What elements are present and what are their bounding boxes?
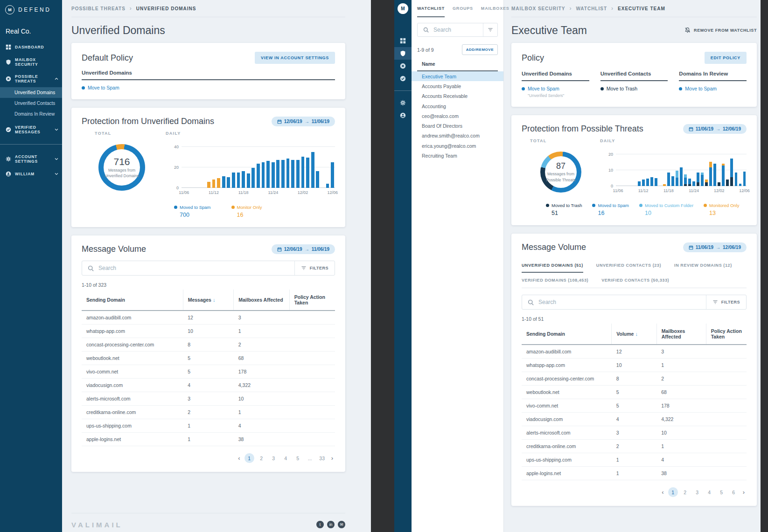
rail-settings-button[interactable] (394, 97, 412, 109)
page-button[interactable]: 4 (705, 487, 714, 497)
list-item[interactable]: Recruiting Team (412, 151, 503, 160)
tab-in-review-domains-12-[interactable]: IN REVIEW DOMAINS (12) (674, 258, 732, 273)
search-input[interactable] (98, 265, 294, 271)
page-button[interactable]: 5 (717, 487, 726, 497)
twitter-icon[interactable]: t (316, 521, 324, 528)
table-row[interactable]: amazon-audibill.com123 (82, 311, 335, 325)
list-item[interactable]: Executive Team (412, 71, 503, 81)
rail-mailbox-security-button[interactable] (394, 47, 412, 60)
table-row[interactable]: apple-logins.net138 (82, 433, 335, 446)
policy-action[interactable]: Move to Spam (82, 85, 335, 90)
table-row[interactable]: ups-us-shipping.com14 (522, 453, 747, 467)
table-row[interactable]: creditkarna-online.com21 (522, 440, 747, 453)
date-range-picker[interactable]: 11/06/19 → 12/06/19 (683, 124, 747, 134)
table-row[interactable]: viadocusign.com44,322 (82, 379, 335, 392)
column-header[interactable]: Sending Domain (522, 324, 612, 345)
filters-button[interactable]: FILTERS (706, 295, 746, 309)
breadcrumb-parent[interactable]: POSSIBLE THREATS (71, 6, 126, 11)
tab-verified-contacts-50-333-[interactable]: VERIFIED CONTACTS (50,333) (601, 273, 669, 288)
valimail-logo-icon[interactable]: M (398, 3, 408, 14)
sidebar-item-account-settings[interactable]: ACCOUNT SETTINGS (0, 151, 62, 167)
rail-user-button[interactable] (394, 109, 412, 122)
rail-possible-threats-button[interactable] (394, 60, 412, 72)
table-row[interactable]: viadocusign.com44,322 (522, 413, 747, 426)
table-row[interactable]: whatspp-app.com101 (522, 359, 747, 372)
rail-verified-messages-button[interactable] (394, 72, 412, 85)
name-column-header[interactable]: Name (417, 61, 498, 71)
breadcrumb-root[interactable]: MAILBOX SECURITY (511, 6, 565, 11)
page-button[interactable]: 1 (244, 453, 254, 463)
page-button[interactable]: 3 (692, 487, 702, 497)
app-logo[interactable]: M DEFEND (0, 0, 62, 18)
page-button[interactable]: 5 (293, 453, 303, 463)
policy-action[interactable]: Move to Spam (679, 86, 747, 91)
sidebar-item-verified-messages[interactable]: VERIFIED MESSAGES (0, 121, 62, 138)
edit-policy-button[interactable]: EDIT POLICY (705, 52, 747, 64)
sidebar-item-dashboard[interactable]: DASHBOARD (0, 41, 62, 54)
remove-from-watchlist-button[interactable]: REMOVE FROM WATCHLIST (684, 27, 757, 33)
table-row[interactable]: whatspp-app.com101 (82, 325, 335, 338)
date-range-picker[interactable]: 12/06/19 → 11/06/19 (272, 244, 335, 254)
date-range-picker[interactable]: 12/06/19 → 11/06/19 (272, 117, 335, 126)
date-range-picker[interactable]: 11/06/19 → 12/06/19 (683, 242, 747, 252)
email-icon[interactable]: ✉ (338, 521, 345, 528)
list-item[interactable]: erica.young@realco.com (412, 141, 503, 151)
tab-groups[interactable]: GROUPS (453, 0, 473, 17)
next-page-button[interactable]: › (741, 489, 747, 496)
sidebar-item-mailbox-security[interactable]: MAILBOX SECURITY (0, 54, 62, 70)
table-row[interactable]: apple-logins.net138 (522, 467, 747, 480)
page-button[interactable]: 1 (668, 487, 678, 497)
watchlist-search-input[interactable] (433, 27, 483, 33)
list-item[interactable]: ceo@realco.com (412, 111, 503, 121)
table-row[interactable]: concast-processing-center.com82 (522, 372, 747, 386)
sidebar-item-domains-in-review[interactable]: Domains In Review (0, 109, 62, 119)
table-row[interactable]: vivo-comm.net5178 (82, 365, 335, 379)
next-page-button[interactable]: › (329, 455, 335, 462)
search-input[interactable] (538, 299, 706, 305)
page-button[interactable]: 4 (281, 453, 291, 463)
table-row[interactable]: alerts-microsoft.com310 (82, 392, 335, 406)
page-button[interactable]: 6 (729, 487, 739, 497)
table-row[interactable]: alerts-microsoft.com310 (522, 426, 747, 440)
list-item[interactable]: Board Of Directors (412, 121, 503, 131)
column-header[interactable]: Sending Domain (82, 290, 183, 311)
column-header[interactable]: Messages↓ (183, 290, 234, 311)
column-header[interactable]: Volume↓ (612, 324, 656, 345)
page-button[interactable]: 3 (269, 453, 279, 463)
column-header[interactable]: Policy Action Taken (289, 290, 335, 311)
linkedin-icon[interactable]: in (327, 521, 335, 528)
table-row[interactable]: concast-processing-center.com82 (82, 338, 335, 352)
page-button[interactable]: 2 (257, 453, 266, 463)
tab-watchlist[interactable]: WATCHLIST (417, 0, 445, 17)
previous-page-button[interactable]: ‹ (660, 489, 665, 496)
table-row[interactable]: creditkarna-online.com21 (82, 406, 335, 419)
policy-action[interactable]: Move to Trash (600, 86, 668, 91)
table-row[interactable]: ups-us-shipping.com14 (82, 419, 335, 433)
sidebar-item-possible-threats[interactable]: POSSIBLE THREATS (0, 70, 62, 87)
list-item[interactable]: Accounts Receivable (412, 91, 503, 101)
filters-button[interactable]: FILTERS (294, 261, 335, 275)
list-item[interactable]: andrew.smith@realco.com (412, 131, 503, 141)
page-button[interactable]: 33 (317, 453, 327, 463)
tab-unverified-domains-51-[interactable]: UNVERIFIED DOMAINS (51) (522, 258, 583, 273)
sidebar-item-unverified-contacts[interactable]: Unverified Contacts (0, 98, 62, 109)
add-remove-button[interactable]: ADD/REMOVE (462, 44, 498, 55)
column-header[interactable]: Mailboxes Affected (656, 324, 706, 345)
table-row[interactable]: amazon-audibill.com123 (522, 345, 747, 359)
table-row[interactable]: weboutlook.net568 (82, 352, 335, 365)
breadcrumb-parent[interactable]: WATCHLIST (576, 6, 607, 11)
table-row[interactable]: weboutlook.net568 (522, 386, 747, 399)
tab-unverified-contacts-23-[interactable]: UNVERIFIED CONTACTS (23) (596, 258, 661, 273)
watchlist-filter-button[interactable] (483, 23, 497, 36)
rail-dashboard-button[interactable] (394, 35, 412, 47)
sidebar-item-unverified-domains[interactable]: Unverified Domains (0, 87, 62, 98)
previous-page-button[interactable]: ‹ (236, 455, 242, 462)
column-header[interactable]: Policy Action Taken (706, 324, 747, 345)
list-item[interactable]: Accounting (412, 101, 503, 111)
tab-verified-domains-108-453-[interactable]: VERIFIED DOMAINS (108,453) (522, 273, 588, 288)
table-row[interactable]: vivo-comm.net5178 (522, 399, 747, 413)
column-header[interactable]: Mailboxes Affected (234, 290, 289, 311)
view-in-account-settings-button[interactable]: VIEW IN ACCOUNT SETTINGS (255, 52, 335, 64)
policy-action[interactable]: Move to Spam (522, 86, 589, 91)
sidebar-item-user-william[interactable]: WILLIAM (0, 167, 62, 180)
